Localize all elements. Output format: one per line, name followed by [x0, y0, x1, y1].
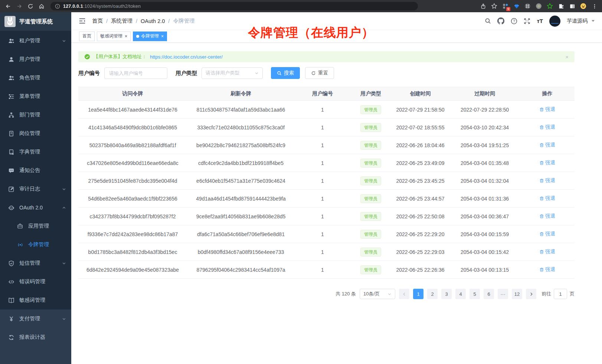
page-button-3[interactable]: 3: [441, 289, 452, 299]
chevron-down-icon[interactable]: [592, 20, 595, 22]
breadcrumb-separator: /: [106, 18, 108, 24]
page-button-4[interactable]: 4: [455, 289, 466, 299]
extension-grid-icon[interactable]: 9: [502, 3, 508, 9]
sidebar-item-7[interactable]: 通知公告: [0, 161, 71, 180]
reload-icon[interactable]: [26, 2, 35, 11]
goto-page-input[interactable]: [554, 289, 567, 299]
expire-time-cell: 2054-03-04 00:13:15: [449, 267, 520, 273]
user-type-cell: 管理员: [350, 212, 391, 221]
force-logout-button[interactable]: 强退: [539, 195, 555, 202]
next-page-button[interactable]: [526, 289, 536, 299]
reset-button[interactable]: 重置: [305, 67, 334, 79]
action-cell: 强退: [520, 213, 575, 220]
force-logout-button[interactable]: 强退: [539, 124, 555, 130]
app-logo-band[interactable]: 芋道管理系统: [0, 12, 71, 31]
refresh-token-cell: dfa6c71a50a54c66bef706ef9e6e8d81: [187, 231, 295, 237]
search-icon: [277, 71, 282, 76]
user-id-input[interactable]: [104, 67, 167, 79]
sidebar-item-label: 角色管理: [19, 75, 66, 81]
search-icon[interactable]: [485, 18, 491, 24]
forward-icon[interactable]: [15, 2, 24, 11]
sidebar-item-8[interactable]: 审计日志: [0, 180, 71, 198]
username[interactable]: 芋道源码: [567, 18, 588, 24]
table-row: 502375b8040a469a9b82188afdf6af1fbe90422b…: [78, 136, 575, 154]
page-button-5[interactable]: 5: [470, 289, 480, 299]
chrome-menu-icon[interactable]: [591, 3, 598, 9]
font-size-icon[interactable]: ᴛT: [537, 18, 543, 24]
app-logo-rabbit: [4, 16, 16, 27]
user-type-placeholder: 请选择用户类型: [206, 70, 239, 76]
page-button-12[interactable]: 12: [512, 289, 522, 299]
bookmark-star-icon[interactable]: [491, 3, 497, 9]
page-button-6[interactable]: 6: [484, 289, 494, 299]
sidebar-item-11[interactable]: 令牌管理: [0, 235, 71, 254]
sidebar-item-3[interactable]: 菜单管理: [0, 87, 71, 106]
expire-time-cell: 2054-03-10 20:42:34: [449, 125, 520, 130]
tab-2[interactable]: 令牌管理×: [133, 32, 167, 41]
force-logout-button[interactable]: 强退: [539, 142, 555, 148]
info-icon[interactable]: [55, 4, 60, 9]
search-button[interactable]: 搜索: [271, 67, 300, 79]
page-button-2[interactable]: 2: [427, 289, 438, 299]
column-header-0: 访问令牌: [78, 90, 187, 97]
users-icon: [8, 75, 14, 81]
sidebar-item-12[interactable]: 短信管理: [0, 254, 71, 272]
back-icon[interactable]: [4, 2, 13, 11]
action-cell: 强退: [520, 231, 575, 238]
collapse-sidebar-icon[interactable]: [79, 17, 86, 24]
sidebar-item-14[interactable]: 敏感词管理: [0, 291, 71, 310]
fullscreen-icon[interactable]: [524, 18, 530, 24]
extension-puzzle-icon[interactable]: [558, 3, 564, 9]
share-icon[interactable]: [480, 3, 486, 9]
page-ellipsis[interactable]: ···: [498, 289, 508, 299]
tab-close-icon[interactable]: ×: [161, 34, 164, 39]
force-logout-button[interactable]: 强退: [539, 266, 555, 273]
page-button-1[interactable]: 1: [413, 289, 423, 299]
breadcrumb-item-0[interactable]: 首页: [92, 17, 103, 24]
sidebar-item-2[interactable]: 角色管理: [0, 69, 71, 87]
force-logout-button[interactable]: 强退: [539, 177, 555, 184]
prev-page-button[interactable]: [399, 289, 409, 299]
extension-gem-icon[interactable]: [513, 3, 520, 9]
user-avatar[interactable]: [549, 16, 560, 27]
force-logout-button[interactable]: 强退: [539, 159, 555, 166]
sidebar-item-6[interactable]: 字典管理: [0, 143, 71, 161]
breadcrumb-item-3[interactable]: 令牌管理: [173, 17, 194, 24]
force-logout-button[interactable]: 强退: [539, 248, 555, 255]
extension-record-icon[interactable]: [536, 3, 542, 9]
created-time-cell: 2022-06-25 23:45:25: [391, 178, 449, 184]
alert-close-icon[interactable]: ×: [565, 54, 569, 60]
breadcrumb-item-1[interactable]: 系统管理: [111, 17, 132, 24]
signal-icon: [17, 242, 23, 248]
sidebar-item-4[interactable]: 部门管理: [0, 106, 71, 124]
sidebar-item-16[interactable]: 报表设计器: [0, 328, 71, 347]
extension-star-icon[interactable]: [547, 3, 553, 9]
profile-avatar-emoji[interactable]: [580, 3, 586, 9]
github-icon[interactable]: [497, 17, 504, 24]
home-icon[interactable]: [37, 2, 46, 11]
sidebar-item-13[interactable]: 错误码管理: [0, 272, 71, 291]
force-logout-button[interactable]: 强退: [539, 213, 555, 219]
extension-command-icon[interactable]: [524, 3, 531, 9]
tab-close-icon[interactable]: ×: [125, 34, 127, 39]
user-type-select[interactable]: 请选择用户类型: [202, 67, 263, 79]
address-bar[interactable]: 127.0.0.1:1024/system/oauth2/token: [50, 2, 418, 10]
user-type-cell: 管理员: [350, 141, 391, 150]
sidebar-item-1[interactable]: 用户管理: [0, 50, 71, 69]
force-logout-button[interactable]: 强退: [539, 231, 555, 237]
sidebar-item-label: OAuth 2.0: [19, 205, 62, 211]
help-icon[interactable]: ?: [511, 18, 517, 24]
page-size-select[interactable]: 10条/页: [360, 289, 395, 299]
breadcrumb-item-2[interactable]: OAuth 2.0: [141, 18, 165, 24]
force-logout-button[interactable]: 强退: [539, 106, 555, 113]
sidebar-toggle-icon[interactable]: [569, 3, 575, 9]
sidebar-item-10[interactable]: 应用管理: [0, 217, 71, 235]
sidebar-item-5[interactable]: 岗位管理: [0, 124, 71, 143]
sidebar-item-0[interactable]: 租户管理: [0, 32, 71, 50]
tab-0[interactable]: 首页: [79, 32, 95, 41]
tab-1[interactable]: 敏感词管理×: [97, 32, 131, 41]
sidebar-item-15[interactable]: 支付管理: [0, 310, 71, 328]
sidebar-item-9[interactable]: OAuth 2.0: [0, 198, 71, 217]
alert-doc-link[interactable]: https://doc.iocoder.cn/user-center/: [150, 54, 223, 60]
created-time-cell: 2022-06-26 18:04:46: [391, 142, 449, 148]
